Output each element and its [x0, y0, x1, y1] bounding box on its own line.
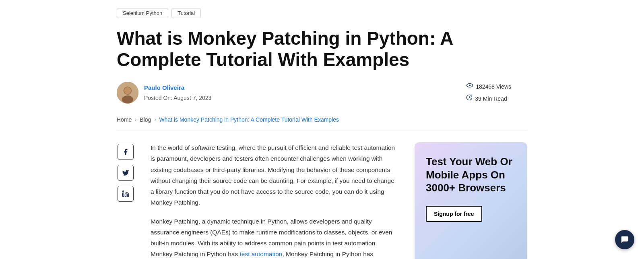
read-time-text: 39 Min Read [475, 94, 507, 103]
author-meta-row: Paulo Oliveira Posted On: August 7, 2023… [117, 82, 527, 104]
article-paragraph-2: Monkey Patching, a dynamic technique in … [151, 216, 398, 259]
facebook-share-button[interactable] [118, 144, 134, 160]
breadcrumb: Home › Blog › What is Monkey Patching in… [117, 115, 527, 131]
author-text: Paulo Oliveira Posted On: August 7, 2023 [144, 83, 211, 102]
author-info: Paulo Oliveira Posted On: August 7, 2023 [117, 82, 211, 104]
svg-point-3 [124, 87, 131, 94]
main-content: In the world of software testing, where … [151, 142, 398, 259]
article-paragraph-1: In the world of software testing, where … [151, 142, 398, 208]
avatar [117, 82, 138, 104]
eye-icon [466, 82, 473, 92]
read-time-stat: 39 Min Read [466, 93, 507, 104]
author-name[interactable]: Paulo Oliveira [144, 83, 211, 93]
breadcrumb-sep-1: › [135, 116, 136, 124]
page-wrapper: Selenium Python Tutorial What is Monkey … [101, 0, 543, 259]
posted-on: Posted On: August 7, 2023 [144, 93, 211, 102]
tag-selenium-python[interactable]: Selenium Python [117, 8, 168, 18]
twitter-share-button[interactable] [118, 165, 134, 181]
views-count: 182458 Views [476, 82, 511, 91]
social-sidebar [117, 142, 134, 259]
breadcrumb-blog[interactable]: Blog [140, 115, 151, 124]
breadcrumb-sep-2: › [154, 116, 156, 124]
content-layout: In the world of software testing, where … [117, 142, 527, 259]
test-automation-link[interactable]: test automation [239, 251, 282, 257]
clock-icon [466, 93, 473, 104]
svg-point-5 [469, 85, 471, 87]
svg-point-8 [123, 191, 124, 192]
article-title: What is Monkey Patching in Python: A Com… [117, 28, 463, 70]
ad-title: Test Your Web Or Mobile Apps On 3000+ Br… [426, 155, 516, 195]
views-stat: 182458 Views [466, 82, 511, 92]
chat-bubble-button[interactable] [615, 230, 634, 249]
linkedin-share-button[interactable] [118, 186, 134, 202]
tag-tutorial[interactable]: Tutorial [171, 8, 201, 18]
article-stats: 182458 Views 39 Min Read [466, 82, 511, 104]
breadcrumb-current[interactable]: What is Monkey Patching in Python: A Com… [159, 115, 339, 124]
ad-signup-button[interactable]: Signup for free [426, 206, 482, 222]
svg-rect-7 [123, 193, 124, 197]
sidebar-ad: Test Your Web Or Mobile Apps On 3000+ Br… [415, 142, 527, 259]
breadcrumb-home[interactable]: Home [117, 115, 132, 124]
svg-point-2 [122, 95, 133, 104]
avatar-image [117, 82, 138, 104]
article-intro: In the world of software testing, where … [151, 142, 398, 259]
tags-row: Selenium Python Tutorial [117, 8, 527, 18]
